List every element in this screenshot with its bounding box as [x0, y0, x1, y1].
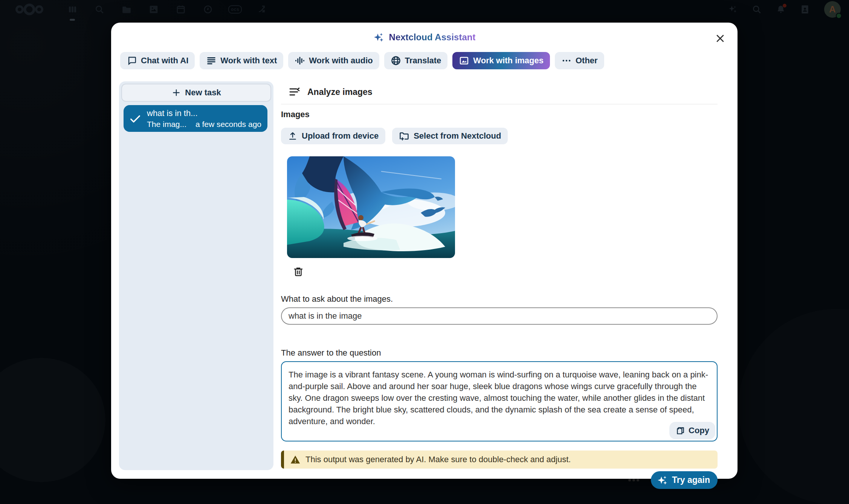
avatar-status-badge: [836, 13, 842, 19]
tab-chat-with-ai[interactable]: Chat with AI: [120, 52, 195, 69]
files-folder-icon[interactable]: [121, 4, 132, 15]
question-input[interactable]: [281, 307, 718, 325]
uploaded-image-thumbnail[interactable]: [287, 156, 455, 258]
task-timestamp: a few seconds ago: [195, 119, 261, 130]
tab-work-with-images[interactable]: Work with images: [452, 52, 550, 69]
tab-label: Chat with AI: [141, 56, 188, 66]
warning-text: This output was generated by AI. Make su…: [305, 455, 571, 464]
assistant-sparkle-icon: [373, 32, 385, 43]
new-task-button[interactable]: New task: [121, 84, 271, 102]
chat-icon: [127, 55, 137, 66]
answer-output-box[interactable]: The image is a vibrant fantasy scene. A …: [281, 361, 718, 441]
copy-icon: [675, 426, 685, 435]
tab-label: Translate: [405, 56, 441, 66]
ai-warning-banner: This output was generated by AI. Make su…: [281, 451, 718, 469]
calendar-icon[interactable]: [176, 4, 186, 15]
dialog-title-text: Nextcloud Assistant: [389, 32, 476, 43]
answer-label: The answer to the question: [281, 348, 718, 358]
globe-icon: [391, 55, 401, 66]
delete-image-icon[interactable]: [291, 264, 306, 279]
tab-translate[interactable]: Translate: [384, 52, 448, 69]
share-icon[interactable]: [257, 4, 267, 15]
tab-label: Other: [576, 56, 598, 66]
nextcloud-logo-icon[interactable]: [15, 3, 44, 16]
unified-search-icon[interactable]: [752, 5, 762, 14]
photos-icon[interactable]: [148, 4, 159, 15]
task-title: what is in th...: [147, 108, 261, 119]
warning-icon: [290, 454, 301, 465]
assistant-sparkle-icon[interactable]: [728, 5, 738, 14]
dialog-title: Nextcloud Assistant: [373, 32, 476, 43]
contacts-icon[interactable]: [800, 5, 810, 14]
select-label: Select from Nextcloud: [414, 131, 501, 141]
close-icon[interactable]: [713, 31, 728, 46]
question-label: What to ask about the images.: [281, 294, 718, 304]
active-app-indicator: [70, 19, 75, 21]
upload-from-device-button[interactable]: Upload from device: [281, 128, 385, 144]
background-circle: [738, 309, 849, 504]
copy-label: Copy: [689, 426, 709, 435]
task-history-sidebar: New task what is in th... The imag... a …: [119, 81, 273, 470]
background-circle: [0, 358, 105, 482]
task-category-tabs: Chat with AI Work with text Work with au…: [120, 52, 738, 69]
tab-label: Work with audio: [309, 56, 373, 66]
avatar-letter: A: [829, 4, 835, 15]
dashboard-grid-icon[interactable]: [67, 4, 78, 15]
task-subtitle: The imag...: [147, 119, 186, 130]
copy-button[interactable]: Copy: [669, 422, 715, 439]
analyze-prompt-icon: [289, 86, 301, 98]
notification-dot: [783, 4, 786, 8]
plus-icon: [171, 88, 181, 98]
sparkle-icon: [657, 475, 668, 486]
check-icon: [129, 112, 142, 125]
upload-icon: [288, 131, 298, 141]
task-content-panel: Analyze images Images Upload from device: [281, 81, 718, 489]
search-icon[interactable]: [94, 4, 105, 15]
tab-work-with-audio[interactable]: Work with audio: [288, 52, 379, 69]
notifications-bell-icon[interactable]: [776, 5, 786, 14]
try-again-button[interactable]: Try again: [651, 471, 718, 489]
waveform-icon: [295, 55, 305, 66]
tab-other[interactable]: Other: [555, 52, 604, 69]
section-title: Analyze images: [307, 87, 373, 97]
answer-text: The image is a vibrant fantasy scene. A …: [282, 362, 717, 427]
tab-label: Work with images: [473, 56, 544, 66]
more-options-icon[interactable]: [625, 472, 642, 489]
dialog-header: Nextcloud Assistant: [111, 23, 738, 52]
image-icon: [459, 55, 469, 66]
ocs-badge-icon[interactable]: ocs: [230, 4, 240, 15]
activity-icon[interactable]: [203, 4, 213, 15]
divider: [281, 104, 718, 104]
select-from-nextcloud-button[interactable]: Select from Nextcloud: [392, 128, 508, 144]
assistant-dialog: Nextcloud Assistant Chat with AI Work wi…: [111, 23, 738, 479]
new-task-label: New task: [185, 88, 221, 98]
avatar[interactable]: A: [824, 1, 841, 18]
top-header-bar: ocs: [0, 0, 849, 19]
task-list-item[interactable]: what is in th... The imag... a few secon…: [124, 105, 267, 132]
try-again-label: Try again: [672, 475, 710, 485]
tab-work-with-text[interactable]: Work with text: [200, 52, 283, 69]
ellipsis-icon: [561, 55, 572, 66]
tab-label: Work with text: [220, 56, 277, 66]
text-lines-icon: [206, 55, 217, 66]
images-label: Images: [281, 110, 718, 119]
upload-label: Upload from device: [302, 131, 379, 141]
folder-plus-icon: [399, 131, 409, 141]
